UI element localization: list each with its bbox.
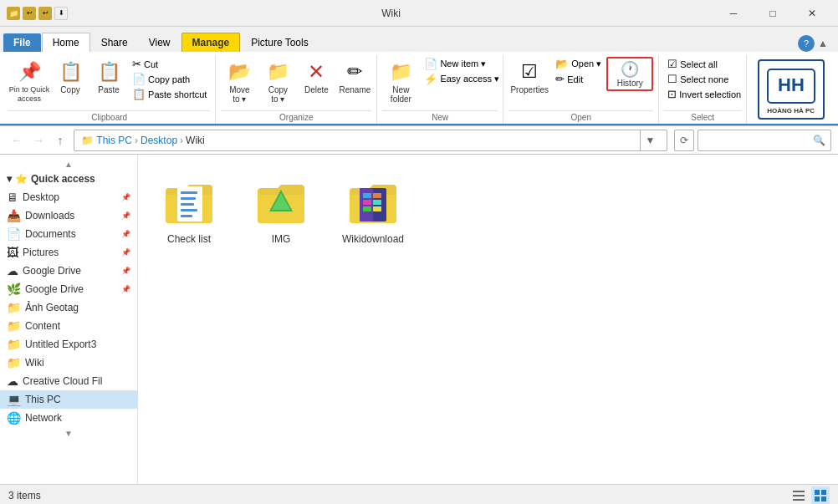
- svg-rect-6: [181, 203, 194, 206]
- quick-access-toolbar-icon-4[interactable]: ⬇: [54, 7, 68, 20]
- sidebar-item-google-drive-1[interactable]: ☁ Google Drive 📌: [0, 262, 137, 280]
- paste-button[interactable]: 📋 Paste: [90, 57, 127, 96]
- select-none-button[interactable]: ☐ Select none: [664, 72, 744, 86]
- edit-button[interactable]: ✏ Edit: [552, 72, 605, 86]
- sidebar-item-wiki[interactable]: 📁 Wiki: [0, 354, 137, 372]
- untitled-export3-label: Untitled Export3: [25, 339, 96, 350]
- open-label: Open ▾: [571, 59, 601, 69]
- file-item-checklist[interactable]: Check list: [151, 168, 227, 252]
- address-path[interactable]: 📁 This PC › Desktop › Wiki ▼: [74, 130, 667, 151]
- desktop-label: Desktop: [23, 191, 59, 203]
- sidebar-item-google-drive-2[interactable]: 🌿 Google Drive 📌: [0, 280, 137, 298]
- new-item-icon: 📄: [424, 58, 437, 70]
- tab-view[interactable]: View: [139, 33, 181, 52]
- sidebar-scroll-down[interactable]: ▼: [0, 427, 137, 439]
- paste-shortcut-button[interactable]: 📋 Paste shortcut: [129, 87, 210, 101]
- sidebar-scroll-up[interactable]: ▲: [0, 158, 137, 170]
- svg-rect-18: [373, 206, 381, 211]
- sidebar-item-downloads[interactable]: 📥 Downloads 📌: [0, 206, 137, 225]
- tab-file[interactable]: File: [3, 33, 41, 52]
- sidebar-item-untitled-export3[interactable]: 📁 Untitled Export3: [0, 335, 137, 354]
- rename-button[interactable]: ✏ Rename: [336, 57, 373, 96]
- back-button[interactable]: ←: [7, 130, 27, 150]
- new-folder-label: Newfolder: [391, 85, 411, 104]
- rename-icon: ✏: [341, 59, 368, 85]
- copy-to-button[interactable]: 📁 Copyto ▾: [259, 57, 296, 105]
- maximize-button[interactable]: □: [754, 0, 792, 27]
- tab-manage[interactable]: Manage: [181, 33, 241, 52]
- move-to-button[interactable]: 📂 Moveto ▾: [221, 57, 258, 105]
- file-item-wikidownload[interactable]: Wikidownload: [335, 168, 411, 252]
- tab-home[interactable]: Home: [42, 33, 90, 52]
- open-group-label: Open: [508, 110, 653, 122]
- window-title: Wiki: [68, 8, 714, 19]
- path-dropdown-button[interactable]: ▼: [640, 130, 660, 151]
- svg-rect-13: [363, 193, 371, 198]
- select-all-label: Select all: [680, 59, 718, 69]
- easy-access-button[interactable]: ⚡ Easy access ▾: [421, 72, 503, 86]
- sidebar: ▲ ▾ ⭐ Quick access 🖥 Desktop 📌 📥 Downloa…: [0, 155, 138, 484]
- refresh-button[interactable]: ⟳: [674, 130, 694, 151]
- search-icon[interactable]: 🔍: [813, 135, 825, 146]
- clipboard-group-label: Clipboard: [8, 110, 210, 122]
- path-part-1[interactable]: This PC: [96, 135, 132, 146]
- pin-label: Pin to Quickaccess: [9, 85, 50, 104]
- file-area: Check list IMG: [138, 155, 838, 484]
- minimize-button[interactable]: ─: [714, 0, 753, 27]
- sidebar-item-desktop[interactable]: 🖥 Desktop 📌: [0, 188, 137, 206]
- path-part-2[interactable]: Desktop: [141, 135, 177, 146]
- quick-access-toolbar-icon-1[interactable]: 📁: [7, 7, 20, 20]
- title-bar-icons: 📁 ↩ ↩ ⬇: [7, 7, 68, 20]
- list-view-button[interactable]: [789, 486, 808, 505]
- close-button[interactable]: ✕: [793, 0, 831, 27]
- sidebar-item-documents[interactable]: 📄 Documents 📌: [0, 225, 137, 243]
- svg-rect-17: [373, 200, 381, 205]
- sidebar-item-creative-cloud[interactable]: ☁ Creative Cloud Fil: [0, 372, 137, 390]
- path-part-3[interactable]: Wiki: [186, 135, 205, 146]
- wikidownload-folder-icon: [346, 175, 400, 228]
- delete-button[interactable]: ✕ Delete: [298, 57, 335, 96]
- img-folder-icon: [254, 175, 308, 228]
- history-icon: 🕐: [621, 60, 639, 79]
- pin-to-quick-access-button[interactable]: 📌 Pin to Quickaccess: [8, 57, 50, 105]
- new-folder-button[interactable]: 📁 Newfolder: [382, 57, 419, 105]
- sidebar-item-pictures[interactable]: 🖼 Pictures 📌: [0, 243, 137, 262]
- sidebar-item-this-pc[interactable]: 💻 This PC: [0, 390, 137, 409]
- cut-button[interactable]: ✂ Cut: [129, 57, 210, 71]
- this-pc-label: This PC: [25, 394, 61, 405]
- select-none-label: Select none: [680, 74, 728, 84]
- item-count: 3 items: [8, 490, 41, 501]
- up-button[interactable]: ↑: [50, 130, 70, 150]
- quick-access-toolbar-icon-2[interactable]: ↩: [23, 7, 36, 20]
- tab-share[interactable]: Share: [91, 33, 138, 52]
- company-logo: HH HOÀNG HÀ PC: [758, 59, 825, 120]
- search-input[interactable]: [703, 135, 813, 146]
- quick-access-toolbar-icon-3[interactable]: ↩: [38, 7, 52, 20]
- history-button[interactable]: 🕐 History: [606, 57, 653, 91]
- grid-view-button[interactable]: [811, 486, 830, 505]
- history-label: History: [617, 79, 643, 88]
- file-item-img[interactable]: IMG: [243, 168, 319, 252]
- creative-cloud-label: Creative Cloud Fil: [23, 375, 102, 387]
- invert-selection-button[interactable]: ⊡ Invert selection: [664, 87, 744, 101]
- copy-label: Copy: [60, 85, 79, 94]
- sidebar-item-quick-access[interactable]: ▾ ⭐ Quick access: [0, 170, 137, 188]
- tab-picture-tools[interactable]: Picture Tools: [241, 33, 318, 52]
- ribbon-collapse-icon[interactable]: ▲: [818, 38, 828, 49]
- sidebar-item-network[interactable]: 🌐 Network: [0, 409, 137, 427]
- ribbon: File Home Share View Manage Picture Tool…: [0, 27, 838, 126]
- invert-icon: ⊡: [667, 88, 677, 100]
- copy-button[interactable]: 📋 Copy: [52, 57, 89, 96]
- paste-shortcut-icon: 📋: [132, 88, 146, 100]
- sidebar-item-content[interactable]: 📁 Content: [0, 317, 137, 335]
- copy-path-button[interactable]: 📄 Copy path: [129, 72, 210, 86]
- svg-rect-5: [181, 197, 196, 200]
- sidebar-item-anh-geotag[interactable]: 📁 Ảnh Geotag: [0, 298, 137, 317]
- forward-button[interactable]: →: [28, 130, 49, 150]
- network-label: Network: [25, 412, 62, 424]
- open-button[interactable]: 📂 Open ▾: [552, 57, 605, 71]
- select-all-button[interactable]: ☑ Select all: [664, 57, 744, 71]
- ribbon-help-icon[interactable]: ?: [798, 35, 815, 52]
- new-item-button[interactable]: 📄 New item ▾: [421, 57, 503, 71]
- properties-button[interactable]: ☑ Properties: [508, 57, 550, 96]
